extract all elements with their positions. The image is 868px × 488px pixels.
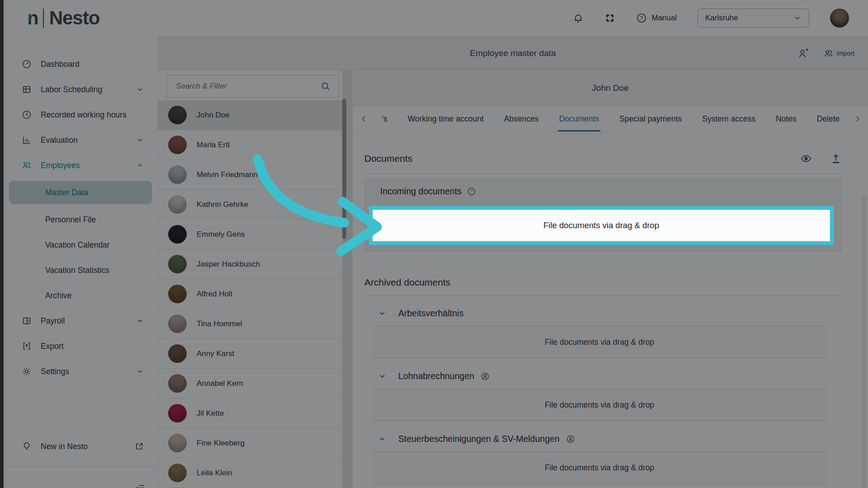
tab-absences[interactable]: Absences	[504, 106, 539, 131]
sidebar: Dashboard Labor Scheduling Recorded work…	[4, 36, 158, 488]
fullscreen-icon[interactable]	[604, 13, 615, 23]
dropzone-lohnabrechnungen[interactable]: File documents via drag & drop	[372, 389, 827, 421]
chevron-down-icon	[137, 136, 144, 144]
sidebar-item-vacation-statistics[interactable]: Vacation Statistics	[4, 260, 157, 280]
sidebar-item-payroll[interactable]: Payroll	[4, 311, 157, 331]
employee-name: Marla Ertl	[197, 141, 230, 150]
chevron-down-icon[interactable]	[378, 372, 387, 380]
search-icon[interactable]	[321, 81, 330, 91]
sidebar-item-labor-scheduling[interactable]: Labor Scheduling	[4, 80, 157, 99]
incoming-documents-header: Incoming documents ?	[380, 186, 841, 197]
main-scrollbar-track[interactable]	[862, 195, 866, 488]
svg-text:?: ?	[470, 189, 472, 194]
employee-name: Annabel Kern	[197, 379, 243, 388]
employee-avatar	[168, 255, 187, 273]
tab-notes[interactable]: Notes	[776, 106, 797, 131]
sidebar-item-evaluation[interactable]: Evaluation	[4, 130, 157, 150]
employee-name: Melvin Friedmann	[197, 170, 258, 179]
app-window: n Nesto ?	[0, 0, 868, 488]
employee-name: Leila Klein	[197, 469, 232, 478]
employee-detail-title: John Doe	[592, 83, 628, 93]
employee-row[interactable]: Leila Klein	[158, 458, 342, 488]
notifications-bell-icon[interactable]	[573, 13, 584, 23]
sidebar-item-archive[interactable]: Archive	[4, 286, 157, 305]
location-value: Karlsruhe	[705, 14, 738, 23]
sidebar-item-label: Recorded working hours	[41, 110, 127, 120]
search-input[interactable]	[175, 81, 321, 91]
employee-row[interactable]: Annabel Kern	[158, 369, 342, 399]
highlighted-dropzone[interactable]: File documents via drag & drop	[369, 206, 834, 245]
detail-tabs-bar: 's Working time account Absences Documen…	[353, 106, 868, 132]
tab-truncated[interactable]: 's	[382, 106, 387, 131]
employee-row[interactable]: Marla Ertl	[158, 130, 342, 160]
clock-icon	[22, 110, 32, 120]
user-avatar[interactable]	[830, 9, 849, 28]
import-button[interactable]: Import	[823, 48, 854, 59]
sidebar-item-new-in-nesto[interactable]: New in Nesto	[4, 436, 157, 456]
employee-row[interactable]: Jil Kette	[158, 399, 342, 428]
upload-icon[interactable]	[830, 153, 842, 164]
chevron-down-icon[interactable]	[378, 435, 387, 443]
employee-avatar	[168, 285, 187, 303]
tab-documents[interactable]: Documents	[559, 106, 599, 131]
employee-list-scrollbar[interactable]	[342, 99, 346, 239]
employee-name: Jil Kette	[197, 409, 224, 418]
chevron-down-icon[interactable]	[378, 309, 387, 318]
tabs-scroll-right-icon[interactable]	[854, 115, 862, 123]
sidebar-item-master-data[interactable]: Master Data	[9, 181, 152, 204]
employee-avatar	[168, 195, 187, 214]
tabs-scroll-left-icon[interactable]	[360, 115, 368, 123]
employee-name: Kathrin Gehrke	[197, 200, 248, 209]
incoming-dropzone-label[interactable]: File documents via drag & drop	[373, 210, 830, 241]
add-employee-icon[interactable]	[797, 47, 809, 59]
employee-avatar	[168, 374, 187, 393]
location-dropdown[interactable]: Karlsruhe	[698, 9, 809, 28]
sidebar-item-export[interactable]: Export	[4, 336, 157, 356]
sidebar-item-dashboard[interactable]: Dashboard	[4, 54, 157, 74]
content-region: Employee master data Import	[158, 36, 868, 488]
employee-row[interactable]: Tina Hommel	[158, 309, 342, 339]
sidebar-item-settings[interactable]: Settings	[4, 361, 157, 381]
employee-avatar	[168, 136, 187, 154]
page-title: Employee master data	[470, 48, 556, 58]
sidebar-item-vacation-calendar[interactable]: Vacation Calendar	[4, 235, 157, 255]
employee-avatar	[168, 165, 187, 184]
dropzone-arbeitsverhaeltnis[interactable]: File documents via drag & drop	[372, 326, 827, 358]
employee-avatar	[168, 434, 187, 452]
employee-row[interactable]: Alfred Holl	[158, 279, 342, 309]
nesto-logo: n Nesto	[27, 7, 99, 29]
chevron-up-icon	[137, 162, 144, 169]
search-filter-box[interactable]	[166, 75, 339, 98]
sidebar-item-label: Employees	[41, 161, 80, 170]
manual-label: Manual	[651, 14, 677, 23]
employee-name: Emmely Gens	[197, 230, 245, 239]
sidebar-item-recorded-working-hours[interactable]: Recorded working hours	[4, 105, 157, 125]
visibility-eye-icon[interactable]	[800, 153, 812, 164]
employee-row[interactable]: Kathrin Gehrke	[158, 190, 342, 220]
tab-delete[interactable]: Delete	[817, 106, 840, 131]
tab-working-time-account[interactable]: Working time account	[408, 106, 484, 131]
employee-detail-panel: John Doe 's Working time account Absence…	[353, 70, 868, 488]
sidebar-item-personnel-file[interactable]: Personnel File	[4, 210, 157, 230]
sidebar-footer	[4, 466, 157, 488]
lightbulb-icon	[22, 441, 32, 451]
help-circle-icon[interactable]: ?	[467, 187, 476, 196]
employee-row[interactable]: Jasper Hackbusch	[158, 249, 342, 279]
detail-tabs: 's Working time account Absences Documen…	[368, 106, 854, 131]
manual-button[interactable]: ? Manual	[636, 13, 677, 23]
employee-row[interactable]: Melvin Friedmann	[158, 160, 342, 190]
svg-text:?: ?	[640, 15, 643, 21]
dropzone-steuerbescheinigungen[interactable]: File documents via drag & drop	[372, 451, 827, 484]
employee-row[interactable]: John Doe	[158, 100, 342, 130]
employee-list: John Doe Marla Ertl Melvin Friedmann Kat…	[158, 100, 342, 488]
employee-row[interactable]: Fine Kleeberg	[158, 428, 342, 458]
divider	[364, 174, 842, 174]
schedule-grid-icon	[22, 84, 32, 94]
sidebar-item-employees[interactable]: Employees	[4, 155, 157, 175]
tab-special-payments[interactable]: Special payments	[619, 106, 682, 131]
collapse-sidebar-icon[interactable]	[136, 483, 146, 488]
tab-system-access[interactable]: System access	[702, 106, 755, 131]
employee-row[interactable]: Anny Karst	[158, 339, 342, 369]
employee-row[interactable]: Emmely Gens	[158, 220, 342, 249]
import-label: Import	[836, 50, 854, 57]
